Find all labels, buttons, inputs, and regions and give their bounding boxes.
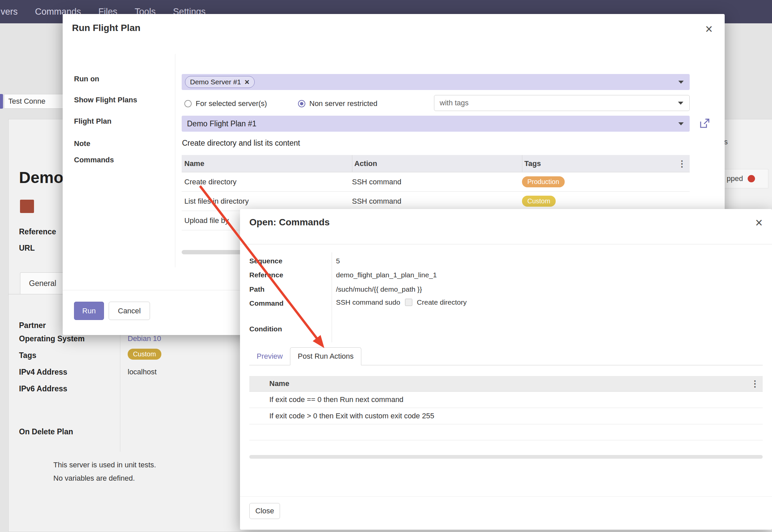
- radio-icon-unselected[interactable]: [184, 100, 192, 107]
- post-run-table-header: Name ⋮: [249, 376, 763, 392]
- flight-plan-select[interactable]: Demo Flight Plan #1: [182, 116, 690, 132]
- nav-item-servers[interactable]: vers: [0, 7, 26, 17]
- status-badge-label: pped: [727, 174, 743, 183]
- radio-icon-selected[interactable]: [298, 100, 305, 107]
- path-value: /such/much/{{ demo_path }}: [336, 285, 422, 293]
- column-header-name[interactable]: Name: [269, 379, 763, 388]
- server-chip: Demo Server #1 ✕: [185, 76, 255, 88]
- chevron-down-icon: [678, 102, 683, 105]
- horizontal-scrollbar[interactable]: [249, 455, 763, 459]
- tab-preview[interactable]: Preview: [249, 348, 290, 365]
- run-button[interactable]: Run: [74, 302, 104, 320]
- run-on-label: Run on: [74, 75, 99, 83]
- ipv4-value: localhost: [128, 368, 157, 376]
- show-flight-plans-row: For selected server(s) Non server restri…: [182, 95, 690, 111]
- reference-label: Reference: [19, 227, 56, 236]
- test-connection-button[interactable]: Test Conne: [4, 94, 71, 109]
- label-divider: [175, 54, 175, 267]
- with-tags-placeholder: with tags: [440, 99, 469, 107]
- tag-badge-production: Production: [522, 176, 565, 187]
- cell-name: Create directory: [182, 178, 352, 186]
- note-label: Note: [74, 139, 90, 148]
- create-directory-checkbox[interactable]: [405, 299, 412, 306]
- cell-tags: Production: [522, 176, 690, 187]
- column-header-name[interactable]: Name: [182, 159, 352, 168]
- sequence-value: 5: [336, 257, 340, 265]
- url-label: URL: [19, 244, 35, 253]
- empty-row: [249, 424, 763, 440]
- show-flight-plans-label: Show Flight Plans: [74, 96, 137, 104]
- column-options-icon[interactable]: ⋮: [678, 158, 686, 169]
- commands-table-header: Name Action Tags ⋮: [182, 155, 690, 172]
- reference-label: Reference: [249, 271, 283, 279]
- left-edge-button[interactable]: [0, 94, 3, 109]
- close-button[interactable]: Close: [249, 503, 280, 519]
- column-header-tags[interactable]: Tags: [522, 155, 690, 172]
- open-commands-dialog: Open: Commands × Sequence 5 Reference de…: [240, 209, 772, 530]
- header-divider: [240, 244, 772, 244]
- flight-plan-value: Demo Flight Plan #1: [187, 119, 256, 128]
- command-value: SSH command sudo: [336, 298, 400, 306]
- cancel-button[interactable]: Cancel: [109, 302, 150, 320]
- cell-action: SSH command: [352, 197, 522, 206]
- command-label: Command: [249, 299, 284, 307]
- chevron-down-icon: [678, 81, 684, 84]
- column-header-action[interactable]: Action: [352, 155, 522, 172]
- server-chip-label: Demo Server #1: [190, 78, 241, 86]
- create-directory-link[interactable]: Create directory: [417, 298, 467, 306]
- run-on-select[interactable]: Demo Server #1 ✕: [182, 74, 690, 90]
- sequence-label: Sequence: [249, 257, 282, 265]
- path-label: Path: [249, 285, 265, 293]
- page-title: Demo: [19, 168, 63, 187]
- column-options-icon[interactable]: ⋮: [751, 379, 759, 389]
- operating-system-link[interactable]: Debian 10: [128, 334, 161, 343]
- tab-general[interactable]: General: [20, 272, 65, 294]
- ipv4-label: IPv4 Address: [19, 368, 67, 377]
- table-row[interactable]: List files in directory SSH command Cust…: [182, 192, 690, 211]
- chip-remove-icon[interactable]: ✕: [244, 78, 250, 86]
- reference-value: demo_flight_plan_1_plan_line_1: [336, 271, 437, 279]
- status-dot-icon: [748, 175, 755, 182]
- condition-label: Condition: [249, 325, 282, 333]
- external-link-icon: [698, 117, 711, 130]
- close-icon[interactable]: ×: [755, 216, 763, 229]
- field-divider: [120, 318, 120, 452]
- dialog-title: Run Flight Plan: [72, 23, 140, 33]
- radio-non-server-label: Non server restricted: [309, 99, 377, 108]
- commands-label: Commands: [74, 156, 114, 164]
- tag-badge-custom: Custom: [128, 349, 161, 360]
- open-flight-plan-button[interactable]: [698, 117, 711, 130]
- operating-system-label: Operating System: [19, 334, 85, 343]
- cell-name: If exit code > 0 then Exit with custom e…: [269, 412, 763, 420]
- tags-label: Tags: [19, 351, 36, 360]
- close-icon[interactable]: ×: [705, 23, 713, 35]
- dialog-title: Open: Commands: [249, 217, 330, 228]
- radio-non-server-restricted[interactable]: Non server restricted: [298, 99, 377, 108]
- unit-test-note: This server is used in unit tests.: [53, 461, 156, 469]
- tab-bar: Preview Post Run Actions: [249, 347, 763, 365]
- on-delete-plan-label: On Delete Plan: [19, 427, 73, 436]
- cell-name: If exit code == 0 then Run next command: [269, 395, 763, 404]
- note-value: Create directory and list its content: [182, 139, 300, 148]
- ipv6-label: IPv6 Address: [19, 384, 67, 393]
- table-row[interactable]: If exit code > 0 then Exit with custom e…: [249, 408, 763, 424]
- cell-tags: Custom: [522, 196, 690, 207]
- with-tags-select[interactable]: with tags: [434, 95, 690, 111]
- post-run-actions-table: Name ⋮ If exit code == 0 then Run next c…: [249, 376, 763, 440]
- chevron-down-icon: [678, 122, 684, 125]
- radio-selected-servers-label: For selected server(s): [196, 99, 267, 108]
- no-variables-note: No variables are defined.: [53, 474, 135, 483]
- cell-name: List files in directory: [182, 197, 352, 206]
- table-row[interactable]: Create directory SSH command Production: [182, 172, 690, 192]
- flight-plan-label: Flight Plan: [74, 117, 111, 126]
- tab-post-run-actions[interactable]: Post Run Actions: [290, 347, 361, 365]
- color-swatch[interactable]: [20, 200, 34, 213]
- cell-action: SSH command: [352, 178, 522, 186]
- footer-divider: [240, 496, 772, 497]
- partner-label: Partner: [19, 321, 46, 330]
- field-divider: [332, 252, 332, 342]
- radio-selected-servers[interactable]: For selected server(s): [184, 99, 267, 108]
- command-row: SSH command sudo Create directory: [336, 298, 467, 306]
- tag-badge-custom: Custom: [522, 196, 556, 207]
- table-row[interactable]: If exit code == 0 then Run next command: [249, 392, 763, 408]
